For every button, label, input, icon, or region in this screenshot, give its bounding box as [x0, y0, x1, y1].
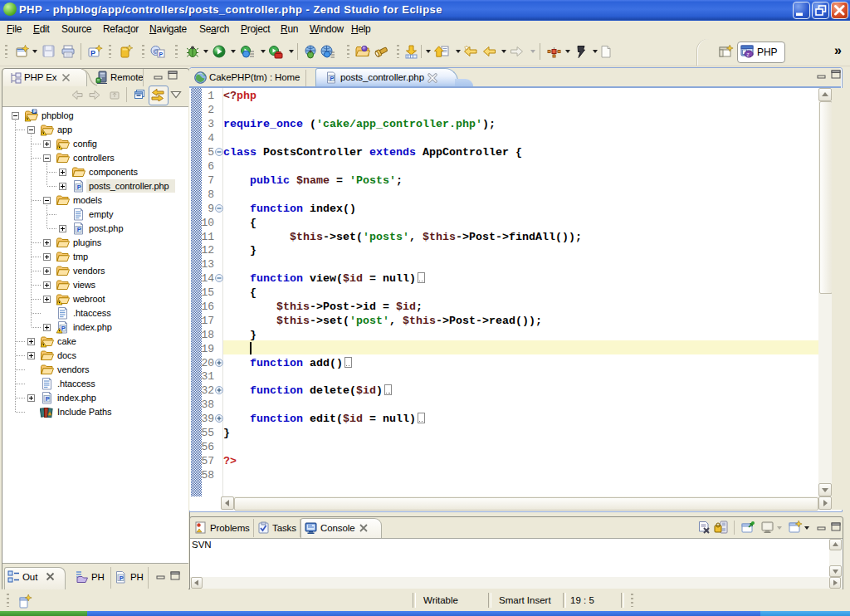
svg-text:P: P	[120, 574, 124, 582]
svg-text:P: P	[61, 325, 66, 332]
svg-text:Z: Z	[747, 52, 750, 57]
svg-text:P: P	[46, 395, 50, 403]
svg-text:P: P	[77, 226, 81, 233]
svg-text:P: P	[90, 49, 95, 57]
svg-text:P: P	[330, 76, 335, 81]
svg-text:P: P	[77, 183, 81, 191]
svg-text:P: P	[33, 109, 37, 114]
svg-text:P: P	[159, 51, 164, 57]
